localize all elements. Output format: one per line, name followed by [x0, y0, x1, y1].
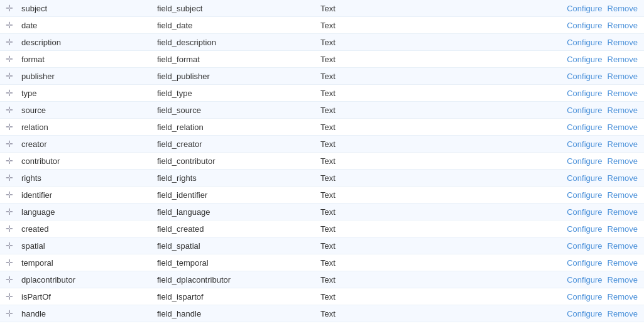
field-actions: Configure Remove	[446, 21, 644, 30]
field-name: publisher	[19, 72, 157, 81]
remove-button[interactable]: Remove	[606, 106, 639, 115]
drag-handle[interactable]: ✛	[0, 105, 19, 115]
field-machine-name: field_identifier	[157, 190, 320, 200]
configure-button[interactable]: Configure	[565, 38, 603, 47]
field-actions: Configure Remove	[446, 207, 644, 217]
drag-handle[interactable]: ✛	[0, 88, 19, 98]
field-actions: Configure Remove	[446, 258, 644, 268]
configure-button[interactable]: Configure	[565, 55, 603, 64]
remove-button[interactable]: Remove	[606, 122, 639, 132]
drag-handle[interactable]: ✛	[0, 122, 19, 132]
table-row: ✛ subject field_subject Text Configure R…	[0, 0, 644, 17]
remove-button[interactable]: Remove	[606, 156, 639, 166]
configure-button[interactable]: Configure	[565, 21, 603, 30]
drag-handle[interactable]: ✛	[0, 20, 19, 30]
configure-button[interactable]: Configure	[565, 224, 603, 234]
drag-handle[interactable]: ✛	[0, 3, 19, 13]
remove-button[interactable]: Remove	[606, 258, 639, 268]
drag-handle[interactable]: ✛	[0, 37, 19, 47]
remove-button[interactable]: Remove	[606, 139, 639, 149]
remove-button[interactable]: Remove	[606, 207, 639, 217]
remove-button[interactable]: Remove	[606, 309, 639, 318]
field-type: Text	[320, 190, 446, 200]
drag-handle[interactable]: ✛	[0, 173, 19, 183]
remove-button[interactable]: Remove	[606, 89, 639, 98]
remove-button[interactable]: Remove	[606, 292, 639, 302]
configure-button[interactable]: Configure	[565, 241, 603, 251]
field-name: relation	[19, 122, 157, 132]
drag-handle[interactable]: ✛	[0, 156, 19, 166]
drag-handle[interactable]: ✛	[0, 224, 19, 234]
field-actions: Configure Remove	[446, 224, 644, 234]
drag-handle[interactable]: ✛	[0, 241, 19, 251]
field-machine-name: field_type	[157, 89, 320, 98]
configure-button[interactable]: Configure	[565, 156, 603, 166]
field-name: spatial	[19, 241, 157, 251]
drag-handle[interactable]: ✛	[0, 139, 19, 149]
field-type: Text	[320, 309, 446, 318]
table-row: ✛ rights field_rights Text Configure Rem…	[0, 170, 644, 187]
field-name: rights	[19, 173, 157, 183]
field-machine-name: field_ispartof	[157, 292, 320, 302]
field-type: Text	[320, 21, 446, 30]
field-name: dplacontributor	[19, 275, 157, 285]
field-name: isPartOf	[19, 292, 157, 302]
drag-icon: ✛	[6, 241, 13, 251]
configure-button[interactable]: Configure	[565, 309, 603, 318]
drag-icon: ✛	[6, 258, 13, 268]
configure-button[interactable]: Configure	[565, 173, 603, 183]
table-row: ✛ contributor field_contributor Text Con…	[0, 153, 644, 170]
field-machine-name: field_format	[157, 55, 320, 64]
drag-icon: ✛	[6, 3, 13, 13]
remove-button[interactable]: Remove	[606, 224, 639, 234]
configure-button[interactable]: Configure	[565, 258, 603, 268]
field-actions: Configure Remove	[446, 55, 644, 64]
configure-button[interactable]: Configure	[565, 207, 603, 217]
drag-handle[interactable]: ✛	[0, 207, 19, 217]
table-row: ✛ temporal field_temporal Text Configure…	[0, 254, 644, 271]
remove-button[interactable]: Remove	[606, 38, 639, 47]
field-machine-name: field_creator	[157, 139, 320, 149]
drag-handle[interactable]: ✛	[0, 308, 19, 318]
field-type: Text	[320, 224, 446, 234]
drag-icon: ✛	[6, 156, 13, 166]
remove-button[interactable]: Remove	[606, 173, 639, 183]
field-type: Text	[320, 241, 446, 251]
field-machine-name: field_source	[157, 106, 320, 115]
field-machine-name: field_date	[157, 21, 320, 30]
field-actions: Configure Remove	[446, 122, 644, 132]
field-type: Text	[320, 122, 446, 132]
field-machine-name: field_rights	[157, 173, 320, 183]
drag-handle[interactable]: ✛	[0, 274, 19, 285]
drag-handle[interactable]: ✛	[0, 291, 19, 302]
field-actions: Configure Remove	[446, 173, 644, 183]
field-name: date	[19, 21, 157, 30]
remove-button[interactable]: Remove	[606, 55, 639, 64]
table-row: ✛ creator field_creator Text Configure R…	[0, 136, 644, 153]
remove-button[interactable]: Remove	[606, 4, 639, 13]
configure-button[interactable]: Configure	[565, 89, 603, 98]
drag-handle[interactable]: ✛	[0, 258, 19, 268]
configure-button[interactable]: Configure	[565, 275, 603, 285]
remove-button[interactable]: Remove	[606, 190, 639, 200]
configure-button[interactable]: Configure	[565, 72, 603, 81]
configure-button[interactable]: Configure	[565, 122, 603, 132]
field-actions: Configure Remove	[446, 292, 644, 302]
remove-button[interactable]: Remove	[606, 72, 639, 81]
drag-handle[interactable]: ✛	[0, 190, 19, 200]
configure-button[interactable]: Configure	[565, 292, 603, 302]
remove-button[interactable]: Remove	[606, 241, 639, 251]
table-row: ✛ spatial field_spatial Text Configure R…	[0, 237, 644, 254]
field-machine-name: field_relation	[157, 122, 320, 132]
field-name: temporal	[19, 258, 157, 268]
remove-button[interactable]: Remove	[606, 21, 639, 30]
drag-icon: ✛	[6, 37, 13, 47]
configure-button[interactable]: Configure	[565, 190, 603, 200]
configure-button[interactable]: Configure	[565, 106, 603, 115]
remove-button[interactable]: Remove	[606, 275, 639, 285]
configure-button[interactable]: Configure	[565, 139, 603, 149]
configure-button[interactable]: Configure	[565, 4, 603, 13]
drag-handle[interactable]: ✛	[0, 71, 19, 81]
drag-handle[interactable]: ✛	[0, 54, 19, 64]
field-machine-name: field_contributor	[157, 156, 320, 166]
